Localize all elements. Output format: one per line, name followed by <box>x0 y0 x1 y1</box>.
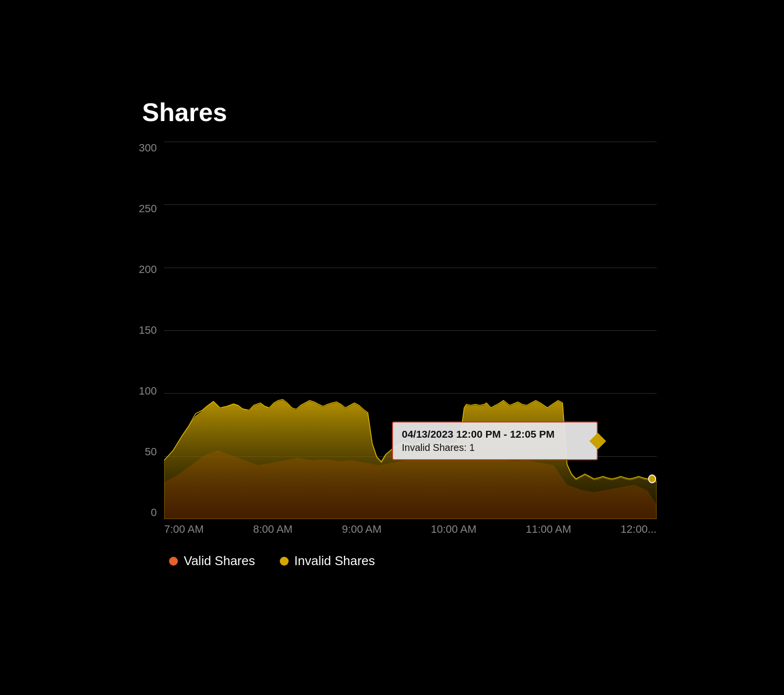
y-label-0: 0 <box>151 506 157 519</box>
invalid-shares-dot-icon <box>280 557 289 566</box>
chart-title: Shares <box>142 98 657 127</box>
chart-area: 300 250 200 150 100 50 0 <box>137 142 657 544</box>
x-label-9am: 9:00 AM <box>342 523 382 536</box>
chart-svg <box>164 142 657 519</box>
grid-and-data: 04/13/2023 12:00 PM - 12:05 PM Invalid S… <box>164 142 657 519</box>
x-label-8am: 8:00 AM <box>253 523 293 536</box>
legend-invalid-shares: Invalid Shares <box>280 553 375 569</box>
chart-legend: Valid Shares Invalid Shares <box>169 553 657 569</box>
tooltip-date: 04/13/2023 12:00 PM - 12:05 PM <box>402 428 588 440</box>
valid-shares-dot-icon <box>169 557 178 566</box>
x-label-7am: 7:00 AM <box>164 523 204 536</box>
valid-shares-label: Valid Shares <box>184 553 255 569</box>
x-label-12pm: 12:00... <box>621 523 657 536</box>
y-axis: 300 250 200 150 100 50 0 <box>137 142 162 519</box>
legend-valid-shares: Valid Shares <box>169 553 255 569</box>
y-label-250: 250 <box>139 202 157 215</box>
tooltip-value: Invalid Shares: 1 <box>402 442 588 453</box>
y-label-300: 300 <box>139 142 157 154</box>
chart-container: Shares 300 250 200 150 100 50 0 <box>98 78 686 617</box>
tooltip-point <box>649 475 656 483</box>
y-label-150: 150 <box>139 324 157 337</box>
invalid-shares-label: Invalid Shares <box>294 553 375 569</box>
y-label-200: 200 <box>139 263 157 276</box>
x-label-11am: 11:00 AM <box>526 523 571 536</box>
x-label-10am: 10:00 AM <box>431 523 476 536</box>
x-axis: 7:00 AM 8:00 AM 9:00 AM 10:00 AM 11:00 A… <box>164 519 657 544</box>
y-label-100: 100 <box>139 385 157 397</box>
chart-tooltip: 04/13/2023 12:00 PM - 12:05 PM Invalid S… <box>392 422 598 460</box>
y-label-50: 50 <box>145 446 157 458</box>
